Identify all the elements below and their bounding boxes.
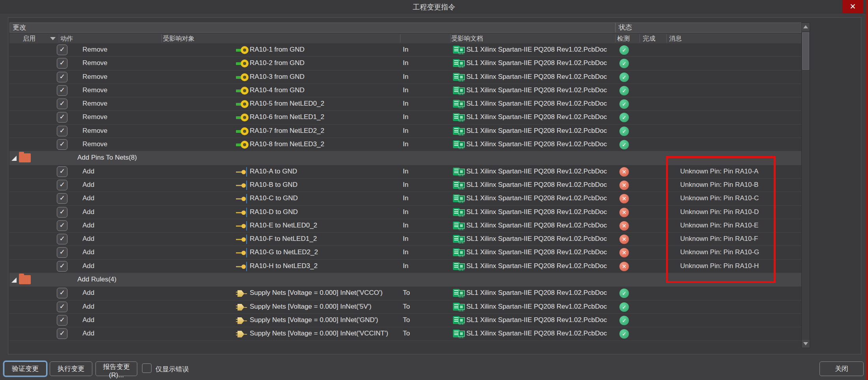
action-label: Remove	[82, 113, 107, 121]
change-row[interactable]: ✓AddRA10-F to NetLED1_2InSL1 Xilinx Spar…	[9, 233, 801, 246]
enable-checkbox[interactable]: ✓	[57, 220, 67, 231]
change-row[interactable]: ✓AddRA10-D to GNDInSL1 Xilinx Spartan-II…	[9, 206, 801, 219]
enable-checkbox[interactable]: ✓	[57, 302, 67, 312]
enable-checkbox[interactable]: ✓	[57, 45, 67, 55]
group-header-status: 状态	[615, 22, 801, 33]
check-ok-icon: ✓	[619, 99, 629, 109]
pcb-document-icon	[453, 72, 466, 82]
pad-net-icon	[236, 86, 249, 95]
enable-checkbox[interactable]: ✓	[57, 247, 67, 258]
message-text: Unknown Pin: Pin RA10-B	[680, 181, 758, 189]
affected-object-label: RA10-H to NetLED3_2	[250, 262, 318, 270]
show-errors-only-checkbox[interactable]	[142, 363, 152, 373]
check-ok-icon: ✓	[619, 86, 629, 95]
pin-icon	[236, 208, 249, 217]
group-row[interactable]: Add Pins To Nets(8)	[9, 151, 801, 165]
affected-object-label: Supply Nets [Voltage = 0.000] InNet('GND…	[250, 316, 378, 324]
change-row[interactable]: ✓AddRA10-B to GNDInSL1 Xilinx Spartan-II…	[9, 179, 801, 192]
affected-document-label: SL1 Xilinx Spartan-IIE PQ208 Rev1.02.Pcb…	[466, 222, 607, 229]
expander-icon[interactable]	[11, 156, 17, 161]
enable-checkbox[interactable]: ✓	[57, 126, 67, 136]
change-row[interactable]: ✓RemoveRA10-1 from GNDInSL1 Xilinx Spart…	[9, 43, 801, 57]
scroll-down-icon	[803, 342, 808, 345]
change-row[interactable]: ✓AddSupply Nets [Voltage = 0.000] InNet(…	[9, 314, 801, 327]
change-row[interactable]: ✓AddRA10-E to NetLED0_2InSL1 Xilinx Spar…	[9, 219, 801, 233]
check-ok-icon: ✓	[619, 140, 629, 149]
affected-object-label: RA10-A to GND	[250, 168, 297, 175]
check-ok-icon: ✓	[619, 329, 629, 339]
enable-checkbox[interactable]: ✓	[57, 72, 67, 82]
group-row[interactable]: Add Rules(4)	[9, 273, 801, 287]
action-label: Add	[82, 330, 94, 337]
enable-checkbox[interactable]: ✓	[57, 58, 67, 69]
enable-checkbox[interactable]: ✓	[57, 85, 67, 96]
enable-checkbox[interactable]: ✓	[57, 315, 67, 326]
scrollbar-thumb[interactable]	[802, 32, 809, 70]
direction-label: To	[403, 289, 410, 297]
close-dialog-button[interactable]: 关闭	[819, 361, 864, 376]
affected-document-label: SL1 Xilinx Spartan-IIE PQ208 Rev1.02.Pcb…	[466, 208, 607, 216]
expander-icon[interactable]	[11, 278, 17, 283]
folder-icon	[19, 153, 31, 162]
close-button[interactable]: ✕	[842, 0, 863, 13]
change-row[interactable]: ✓AddSupply Nets [Voltage = 0.000] InNet(…	[9, 300, 801, 314]
change-row[interactable]: ✓AddRA10-H to NetLED3_2InSL1 Xilinx Spar…	[9, 260, 801, 273]
rule-icon	[236, 302, 249, 312]
report-changes-button[interactable]: 报告变更 (R)...	[95, 361, 137, 376]
pin-icon	[236, 262, 249, 271]
column-header-enable: 启用	[23, 35, 36, 43]
action-label: Add	[82, 222, 94, 229]
pcb-document-icon	[453, 315, 466, 326]
message-text: Unknown Pin: Pin RA10-H	[680, 262, 759, 270]
change-row[interactable]: ✓AddSupply Nets [Voltage = 0.000] InNet(…	[9, 287, 801, 300]
enable-filter-icon[interactable]	[50, 37, 56, 40]
change-row[interactable]: ✓AddRA10-A to GNDInSL1 Xilinx Spartan-II…	[9, 165, 801, 179]
check-ok-icon: ✓	[619, 302, 629, 312]
affected-object-label: RA10-6 from NetLED1_2	[250, 113, 324, 121]
direction-label: In	[403, 194, 408, 202]
enable-checkbox[interactable]: ✓	[57, 234, 67, 244]
enable-checkbox[interactable]: ✓	[57, 288, 67, 298]
check-error-icon: ✕	[619, 194, 629, 203]
change-row[interactable]: ✓RemoveRA10-7 from NetLED2_2InSL1 Xilinx…	[9, 125, 801, 138]
changes-panel: 更改 状态 启用 动作 受影响对象 受影响文档 检测 完成 消息 ✓Remove…	[8, 17, 861, 354]
affected-document-label: SL1 Xilinx Spartan-IIE PQ208 Rev1.02.Pcb…	[466, 46, 607, 54]
affected-object-label: RA10-B to GND	[250, 181, 297, 189]
vertical-scrollbar[interactable]	[801, 22, 810, 348]
action-label: Add	[82, 235, 94, 243]
pad-net-icon	[236, 45, 249, 55]
validate-changes-button[interactable]: 验证变更	[4, 361, 47, 376]
change-row[interactable]: ✓AddRA10-C to GNDInSL1 Xilinx Spartan-II…	[9, 192, 801, 205]
affected-document-label: SL1 Xilinx Spartan-IIE PQ208 Rev1.02.Pcb…	[466, 168, 607, 175]
change-row[interactable]: ✓RemoveRA10-5 from NetLED0_2InSL1 Xilinx…	[9, 97, 801, 111]
execute-changes-button[interactable]: 执行变更	[50, 361, 92, 376]
scroll-down-button[interactable]	[802, 340, 810, 348]
enable-checkbox[interactable]: ✓	[57, 99, 67, 109]
change-row[interactable]: ✓RemoveRA10-2 from GNDInSL1 Xilinx Spart…	[9, 57, 801, 70]
affected-document-label: SL1 Xilinx Spartan-IIE PQ208 Rev1.02.Pcb…	[466, 127, 607, 135]
change-row[interactable]: ✓RemoveRA10-3 from GNDInSL1 Xilinx Spart…	[9, 71, 801, 84]
check-ok-icon: ✓	[619, 316, 629, 325]
enable-checkbox[interactable]: ✓	[57, 139, 67, 150]
pcb-document-icon	[453, 58, 466, 69]
scroll-up-icon	[803, 25, 808, 28]
direction-label: In	[403, 168, 408, 175]
scroll-up-button[interactable]	[802, 23, 810, 31]
change-row[interactable]: ✓AddSupply Nets [Voltage = 0.000] InNet(…	[9, 327, 801, 341]
affected-object-label: RA10-1 from GND	[250, 46, 305, 54]
enable-checkbox[interactable]: ✓	[57, 207, 67, 218]
enable-checkbox[interactable]: ✓	[57, 112, 67, 123]
change-row[interactable]: ✓RemoveRA10-6 from NetLED1_2InSL1 Xilinx…	[9, 111, 801, 124]
pcb-document-icon	[453, 288, 466, 298]
show-errors-only-label: 仅显示错误	[155, 365, 189, 374]
enable-checkbox[interactable]: ✓	[57, 261, 67, 272]
enable-checkbox[interactable]: ✓	[57, 180, 67, 190]
affected-document-label: SL1 Xilinx Spartan-IIE PQ208 Rev1.02.Pcb…	[466, 262, 607, 270]
change-row[interactable]: ✓RemoveRA10-8 from NetLED3_2InSL1 Xilinx…	[9, 138, 801, 151]
change-row[interactable]: ✓AddRA10-G to NetLED2_2InSL1 Xilinx Spar…	[9, 246, 801, 259]
enable-checkbox[interactable]: ✓	[57, 193, 67, 204]
affected-object-label: RA10-F to NetLED1_2	[250, 235, 317, 243]
enable-checkbox[interactable]: ✓	[57, 328, 67, 339]
change-row[interactable]: ✓RemoveRA10-4 from GNDInSL1 Xilinx Spart…	[9, 84, 801, 97]
enable-checkbox[interactable]: ✓	[57, 166, 67, 177]
